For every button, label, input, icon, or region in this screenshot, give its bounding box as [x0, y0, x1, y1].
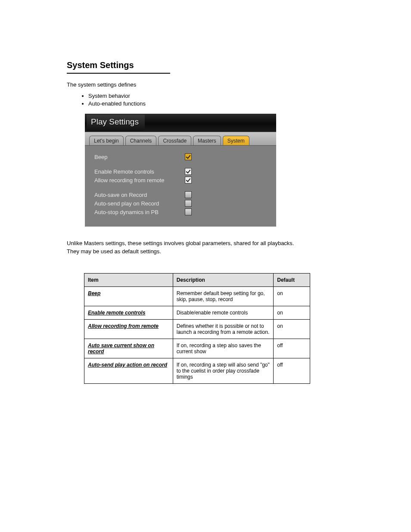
- item-title: Beep: [88, 290, 100, 296]
- col-description: Description: [173, 274, 273, 287]
- item-default: on: [274, 287, 310, 306]
- tab-lets-begin[interactable]: Let's begin: [89, 136, 124, 145]
- tabstrip: Let's begin Channels Crossfade Masters S…: [85, 132, 276, 146]
- checkbox-auto-stop-dynamics-pb[interactable]: [185, 208, 192, 215]
- intro-text: The system settings defines: [67, 81, 351, 88]
- tab-crossfade[interactable]: Crossfade: [158, 136, 191, 145]
- list-item: Auto-enabled functions: [88, 100, 351, 108]
- panel-body: Beep Enable Remote controls Allow record…: [85, 146, 276, 227]
- item-desc: Defines whether it is possible or not to…: [173, 320, 273, 339]
- item-title: Allow recording from remote: [88, 323, 159, 329]
- titlebar: Play Settings: [85, 114, 276, 132]
- item-default: off: [274, 358, 310, 384]
- item-desc: If on, recording a step also saves the c…: [173, 339, 273, 358]
- table-row: Auto-send play action on record If on, r…: [84, 358, 310, 384]
- table-row: Auto save current show on record If on, …: [84, 339, 310, 358]
- tab-masters[interactable]: Masters: [193, 136, 221, 145]
- option-row: Beep: [94, 153, 269, 160]
- option-row: Auto-save on Record: [94, 191, 269, 198]
- play-settings-window: Play Settings Let's begin Channels Cross…: [85, 114, 276, 227]
- option-row: Allow recording from remote: [94, 177, 269, 184]
- item-desc: If on, recording a step will also send "…: [173, 358, 273, 384]
- item-title: Auto save current show on record: [88, 342, 154, 355]
- checkbox-auto-save-record[interactable]: [185, 191, 192, 198]
- checkbox-allow-recording-remote[interactable]: [185, 177, 192, 184]
- option-label: Auto-send play on Record: [94, 200, 185, 207]
- tab-system[interactable]: System: [223, 136, 249, 145]
- list-item: System behavior: [88, 92, 351, 100]
- item-default: on: [274, 320, 310, 339]
- undertext: Unlike Masters settings, these settings …: [67, 240, 351, 256]
- checkbox-enable-remote[interactable]: [185, 168, 192, 175]
- section-title: System Settings: [67, 60, 170, 74]
- table-row: Beep Remember default beep setting for g…: [84, 287, 310, 306]
- col-default: Default: [274, 274, 310, 287]
- option-row: Enable Remote controls: [94, 168, 269, 175]
- option-label: Beep: [94, 154, 185, 160]
- bullet-list: System behavior Auto-enabled functions: [88, 92, 351, 108]
- option-row: Auto-stop dynamics in PB: [94, 208, 269, 215]
- window-title: Play Settings: [87, 115, 145, 131]
- table-row: Allow recording from remote Defines whet…: [84, 320, 310, 339]
- item-title: Auto-send play action on record: [88, 362, 167, 368]
- table-row: Enable remote controls Disable/enable re…: [84, 306, 310, 320]
- option-row: Auto-send play on Record: [94, 200, 269, 207]
- item-default: off: [274, 339, 310, 358]
- item-desc: Remember default beep setting for go, sk…: [173, 287, 273, 306]
- item-default: on: [274, 306, 310, 320]
- option-label: Auto-stop dynamics in PB: [94, 209, 185, 215]
- settings-table: Item Description Default Beep Remember d…: [84, 273, 310, 384]
- checkbox-beep[interactable]: [185, 153, 192, 160]
- option-label: Allow recording from remote: [94, 177, 185, 184]
- item-desc: Disable/enable remote controls: [173, 306, 273, 320]
- tab-channels[interactable]: Channels: [125, 136, 157, 145]
- checkbox-auto-send-play-record[interactable]: [185, 200, 192, 207]
- col-item: Item: [84, 274, 173, 287]
- item-title: Enable remote controls: [88, 310, 145, 316]
- option-label: Auto-save on Record: [94, 192, 185, 198]
- option-label: Enable Remote controls: [94, 168, 185, 175]
